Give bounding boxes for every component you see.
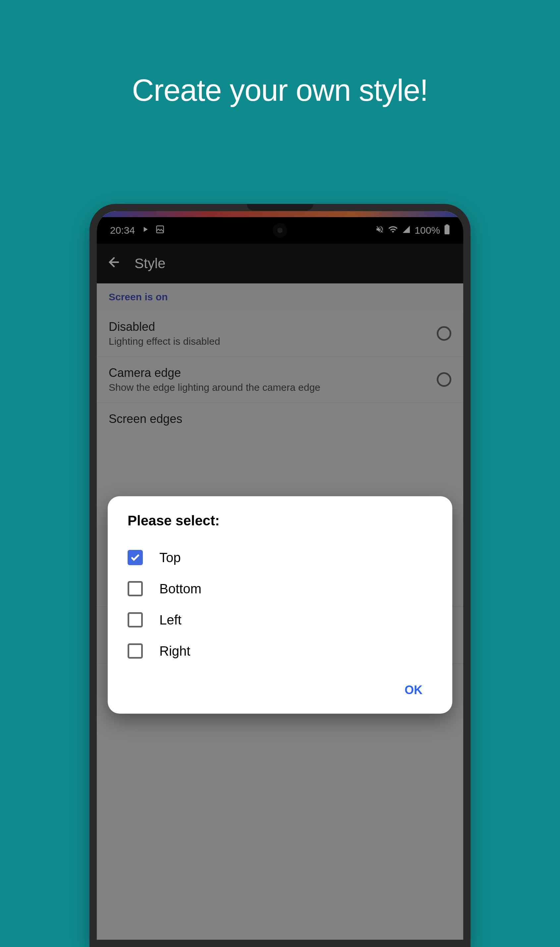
- ok-button[interactable]: OK: [395, 676, 432, 704]
- promo-title: Create your own style!: [132, 73, 428, 108]
- checkbox-icon[interactable]: [128, 581, 143, 596]
- phone-frame: 20:34 100%: [89, 204, 471, 947]
- option-label: Top: [159, 550, 181, 565]
- option-right[interactable]: Right: [128, 635, 432, 667]
- option-top[interactable]: Top: [128, 542, 432, 573]
- checkbox-icon[interactable]: [128, 644, 143, 659]
- option-label: Left: [159, 613, 182, 627]
- option-label: Right: [159, 644, 190, 659]
- option-left[interactable]: Left: [128, 604, 432, 635]
- dialog-title: Please select:: [128, 513, 432, 529]
- phone-screen: 20:34 100%: [97, 211, 463, 940]
- checkbox-icon[interactable]: [128, 612, 143, 627]
- select-dialog: Please select: Top Bottom Left Right: [108, 496, 452, 714]
- option-label: Bottom: [159, 581, 202, 596]
- checkbox-icon[interactable]: [128, 550, 143, 565]
- option-bottom[interactable]: Bottom: [128, 573, 432, 604]
